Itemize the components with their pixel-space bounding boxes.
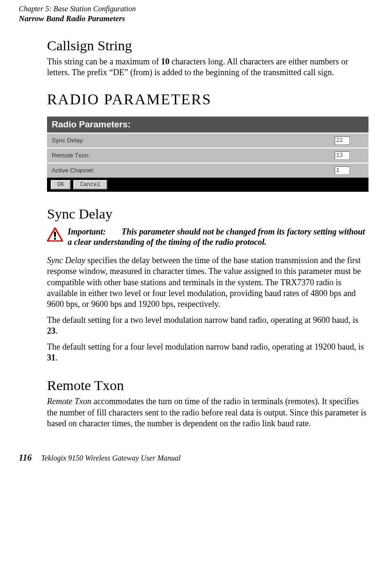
text-fragment: The default setting for a four level mod… bbox=[47, 342, 364, 352]
param-row-sync-delay: Sync Delay: 22 bbox=[47, 133, 368, 148]
text-fragment: This string can be a maximum of bbox=[47, 57, 161, 66]
radio-parameters-panel: Radio Parameters: Sync Delay: 22 Remote … bbox=[47, 117, 368, 192]
remote-txon-heading: Remote Txon bbox=[47, 377, 368, 393]
text-bold: 23 bbox=[47, 326, 55, 336]
sync-delay-input[interactable]: 22 bbox=[335, 136, 350, 145]
section-header: Narrow Band Radio Parameters bbox=[19, 14, 373, 23]
page-number: 116 bbox=[19, 453, 31, 463]
sync-paragraph-3: The default setting for a four level mod… bbox=[47, 342, 368, 364]
param-row-active-channel: Active Channel: 1 bbox=[47, 163, 368, 178]
sync-paragraph-1: Sync Delay specifies the delay between t… bbox=[47, 255, 368, 310]
param-label: Remote Txon: bbox=[52, 152, 90, 159]
text-bold: 10 bbox=[161, 57, 169, 66]
footer-title: Teklogix 9150 Wireless Gateway User Manu… bbox=[41, 454, 180, 462]
panel-title: Radio Parameters: bbox=[47, 117, 368, 133]
text-fragment: specifies the delay between the time of … bbox=[47, 256, 361, 309]
remote-txon-input[interactable]: 13 bbox=[335, 151, 350, 160]
warning-icon bbox=[47, 227, 63, 242]
svg-rect-1 bbox=[54, 232, 56, 237]
text-fragment: . bbox=[55, 353, 58, 362]
sync-delay-heading: Sync Delay bbox=[47, 206, 368, 222]
remote-paragraph: Remote Txon accommodates the turn on tim… bbox=[47, 396, 368, 429]
text-fragment: . bbox=[55, 326, 58, 336]
ok-button[interactable]: OK bbox=[51, 180, 71, 189]
important-label: Important: bbox=[68, 227, 119, 237]
chapter-header: Chapter 5: Base Station Configuration bbox=[19, 5, 373, 13]
param-row-remote-txon: Remote Txon: 13 bbox=[47, 148, 368, 163]
important-note: Important: This parameter should not be … bbox=[47, 227, 368, 248]
svg-rect-2 bbox=[54, 238, 56, 240]
callsign-heading: Callsign String bbox=[47, 38, 368, 54]
param-label: Active Channel: bbox=[52, 167, 94, 174]
text-bold: 31 bbox=[47, 353, 55, 362]
text-fragment: accommodates the turn on time of the rad… bbox=[47, 397, 367, 428]
text-emphasis: Remote Txon bbox=[47, 397, 91, 406]
text-fragment: The default setting for a two level modu… bbox=[47, 315, 358, 325]
text-emphasis: Sync Delay bbox=[47, 256, 85, 265]
radio-parameters-heading: RADIO PARAMETERS bbox=[47, 91, 368, 108]
button-bar: OK Cancel bbox=[47, 178, 368, 192]
callsign-paragraph: This string can be a maximum of 10 chara… bbox=[47, 56, 368, 78]
active-channel-input[interactable]: 1 bbox=[335, 166, 350, 175]
page-footer: 116 Teklogix 9150 Wireless Gateway User … bbox=[19, 453, 373, 463]
param-label: Sync Delay: bbox=[52, 137, 84, 144]
cancel-button[interactable]: Cancel bbox=[73, 180, 107, 189]
sync-paragraph-2: The default setting for a two level modu… bbox=[47, 315, 368, 337]
